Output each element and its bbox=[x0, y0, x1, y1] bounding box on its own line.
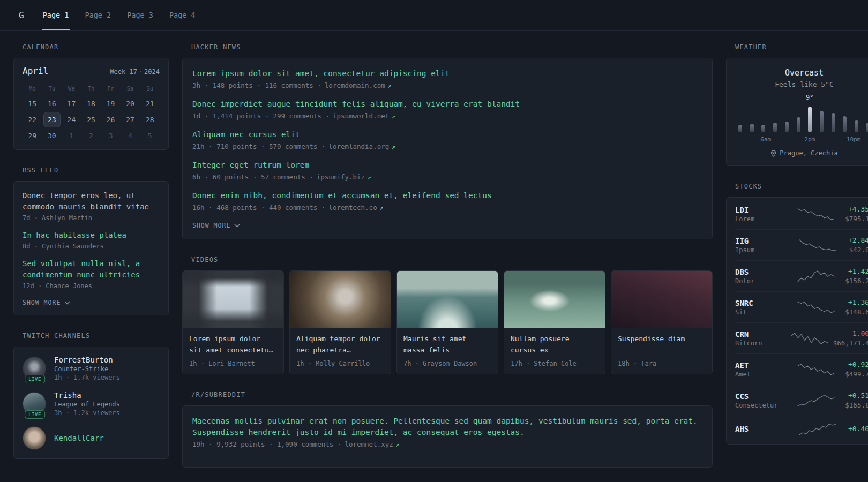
rss-item-meta: 12d · Chance Jones bbox=[23, 282, 160, 290]
stock-symbol-link[interactable]: IIG bbox=[735, 237, 787, 245]
weather-bar bbox=[773, 123, 777, 132]
hn-item-meta: 3h · 148 points · 116 comments · loremdo… bbox=[192, 81, 702, 89]
hn-item-domain-link[interactable]: ipsumify.biz↗ bbox=[317, 173, 371, 181]
video-title-link[interactable]: Lorem ipsum dolor sit amet consectetu… bbox=[189, 334, 277, 356]
stock-symbol-link[interactable]: CRN bbox=[735, 330, 787, 338]
video-title-link[interactable]: Mauris sit amet massa felis bbox=[403, 334, 491, 356]
twitch-channel-name-link[interactable]: KendallCarr bbox=[54, 434, 104, 442]
hn-item-title-link[interactable]: Donec enim nibh, condimentum et accumsan… bbox=[192, 190, 702, 201]
video-card[interactable]: Suspendisse diam 18h · Tara bbox=[611, 270, 713, 374]
video-thumbnail[interactable] bbox=[183, 271, 283, 328]
stock-name: Bitcorn bbox=[735, 340, 787, 347]
video-title-link[interactable]: Aliquam tempor dolor nec pharetra… bbox=[296, 334, 384, 356]
stock-row[interactable]: IIG Ipsum +2.84% $42.04 bbox=[735, 229, 868, 260]
video-thumbnail[interactable] bbox=[397, 271, 498, 328]
stock-sparkline bbox=[787, 423, 848, 436]
video-thumbnail[interactable] bbox=[290, 271, 391, 328]
hackernews-widget: HACKER NEWS Lorem ipsum dolor sit amet, … bbox=[182, 43, 713, 239]
twitch-channel-name-link[interactable]: ForrestBurton bbox=[54, 356, 120, 364]
avatar bbox=[23, 426, 46, 450]
stock-row[interactable]: CCS Consectetur +0.51% $165.84 bbox=[735, 385, 868, 416]
subreddit-post-title-link[interactable]: Maecenas mollis pulvinar erat non posuer… bbox=[192, 416, 702, 438]
hn-item-title-link[interactable]: Integer eget rutrum lorem bbox=[192, 160, 702, 171]
right-column: WEATHER Overcast Feels like 5°C 9° 6am2p… bbox=[726, 43, 868, 461]
hn-show-more-button[interactable]: SHOW MORE bbox=[192, 221, 240, 229]
stock-price: $66,171.48 bbox=[833, 339, 868, 347]
twitch-channel-meta: 3h · 1.2k viewers bbox=[54, 409, 120, 417]
video-title-link[interactable]: Suspendisse diam bbox=[618, 334, 706, 356]
stock-row[interactable]: CRN Bitcorn -1.00% $66,171.48 bbox=[735, 322, 868, 353]
calendar-card: April Week 17·2024 Mo Tu We Th Fr Sa Su … bbox=[13, 58, 169, 150]
rss-item-title-link[interactable]: Donec tempor eros leo, ut commodo mauris… bbox=[23, 190, 160, 213]
stock-symbol-link[interactable]: AHS bbox=[735, 425, 787, 433]
stock-name: Amet bbox=[735, 371, 787, 378]
video-title-link[interactable]: Nullam posuere cursus ex bbox=[511, 334, 598, 356]
video-thumbnail[interactable] bbox=[611, 271, 712, 328]
hn-item-domain-link[interactable]: ipsumworld.net↗ bbox=[333, 112, 395, 120]
rss-item: Sed volutpat nulla nisl, a condimentum n… bbox=[23, 258, 160, 290]
hn-item-title-link[interactable]: Aliquam nec cursus elit bbox=[192, 129, 702, 140]
show-more-label: SHOW MORE bbox=[23, 299, 61, 306]
twitch-channel-row[interactable]: LIVE Trisha League of Legends 3h · 1.2k … bbox=[23, 391, 160, 417]
weather-location-row: Prague, Czechia bbox=[737, 149, 868, 157]
twitch-channel-category: Counter-Strike bbox=[54, 365, 120, 373]
stock-change: +2.84% bbox=[848, 236, 868, 244]
video-card[interactable]: Aliquam tempor dolor nec pharetra… 1h · … bbox=[289, 270, 391, 374]
weather-widget: WEATHER Overcast Feels like 5°C 9° 6am2p… bbox=[726, 43, 868, 166]
twitch-channel-row[interactable]: LIVE ForrestBurton Counter-Strike 1h · 1… bbox=[23, 356, 160, 381]
stock-symbol-link[interactable]: AET bbox=[735, 361, 787, 370]
rss-item-title-link[interactable]: Sed volutpat nulla nisl, a condimentum n… bbox=[23, 258, 160, 281]
stock-symbol-link[interactable]: CCS bbox=[735, 392, 787, 401]
video-meta: 1h · Molly Carrillo bbox=[296, 360, 384, 367]
stock-price: $499.72 bbox=[845, 370, 868, 378]
hn-item-domain-link[interactable]: loremdomain.com↗ bbox=[325, 81, 391, 89]
hn-item-title-link[interactable]: Donec imperdiet augue tincidunt felis al… bbox=[192, 99, 702, 110]
stocks-card: LDI Lorem +4.35% $795.18 IIG Ipsum bbox=[726, 197, 868, 445]
hn-item-domain-link[interactable]: loremtech.co↗ bbox=[328, 204, 383, 212]
stock-row[interactable]: LDI Lorem +4.35% $795.18 bbox=[735, 199, 868, 229]
tab-page-3[interactable]: Page 3 bbox=[126, 0, 154, 30]
twitch-channel-row[interactable]: KendallCarr bbox=[23, 426, 160, 450]
weather-bar bbox=[738, 125, 742, 132]
video-card[interactable]: Nullam posuere cursus ex 17h · Stefan Co… bbox=[504, 270, 605, 374]
stock-change: -1.00% bbox=[833, 329, 868, 337]
twitch-channel-info: KendallCarr bbox=[54, 434, 104, 442]
stock-symbol-link[interactable]: LDI bbox=[735, 206, 787, 214]
hn-item-title-link[interactable]: Lorem ipsum dolor sit amet, consectetur … bbox=[192, 68, 702, 79]
twitch-widget: TWITCH CHANNELS LIVE ForrestBurton Count… bbox=[13, 332, 169, 459]
calendar-header: CALENDAR bbox=[23, 43, 169, 51]
stock-symbol-link[interactable]: SNRC bbox=[735, 299, 787, 307]
hn-item: Donec imperdiet augue tincidunt felis al… bbox=[192, 99, 702, 120]
tab-page-4[interactable]: Page 4 bbox=[168, 0, 197, 30]
calendar-day-name: Su bbox=[140, 83, 160, 95]
rss-item-title-link[interactable]: In hac habitasse platea bbox=[23, 230, 160, 241]
stock-change: +1.36% bbox=[845, 298, 868, 306]
twitch-channel-name-link[interactable]: Trisha bbox=[54, 391, 120, 400]
video-card[interactable]: Mauris sit amet massa felis 7h · Grayson… bbox=[396, 270, 498, 374]
stock-row[interactable]: AET Amet +0.92% $499.72 bbox=[735, 353, 868, 385]
hn-item-domain-link[interactable]: loremlandia.org↗ bbox=[328, 142, 395, 150]
video-thumbnail[interactable] bbox=[504, 271, 605, 328]
calendar-date: 21 bbox=[142, 96, 158, 111]
weather-time-axis: 6am2pm10pm bbox=[738, 136, 868, 144]
tab-page-2[interactable]: Page 2 bbox=[84, 0, 112, 30]
tab-page-1[interactable]: Page 1 bbox=[42, 0, 70, 30]
calendar-date-next-month: 2 bbox=[83, 129, 99, 143]
stock-sparkline bbox=[787, 238, 848, 252]
subreddit-post-domain-link[interactable]: loremnet.xyz↗ bbox=[345, 440, 399, 448]
stock-row[interactable]: SNRC Sit +1.36% $148.64 bbox=[735, 291, 868, 322]
hn-item: Donec enim nibh, condimentum et accumsan… bbox=[192, 190, 702, 212]
app-logo: G bbox=[13, 8, 29, 22]
calendar-date-selected: 23 bbox=[44, 112, 60, 127]
video-meta: 17h · Stefan Cole bbox=[511, 360, 598, 367]
calendar-date: 19 bbox=[103, 96, 119, 111]
video-meta: 1h · Lori Barnett bbox=[189, 360, 277, 367]
video-card[interactable]: Lorem ipsum dolor sit amet consectetu… 1… bbox=[182, 270, 284, 374]
stock-name: Consectetur bbox=[735, 402, 787, 409]
location-pin-icon bbox=[770, 150, 776, 157]
hackernews-card: Lorem ipsum dolor sit amet, consectetur … bbox=[182, 58, 713, 239]
stock-row[interactable]: AHS +0.46% bbox=[735, 416, 868, 443]
rss-show-more-button[interactable]: SHOW MORE bbox=[23, 298, 70, 306]
stock-symbol-link[interactable]: DBS bbox=[735, 268, 787, 276]
stock-row[interactable]: DBS Dolor +1.42% $156.28 bbox=[735, 260, 868, 291]
